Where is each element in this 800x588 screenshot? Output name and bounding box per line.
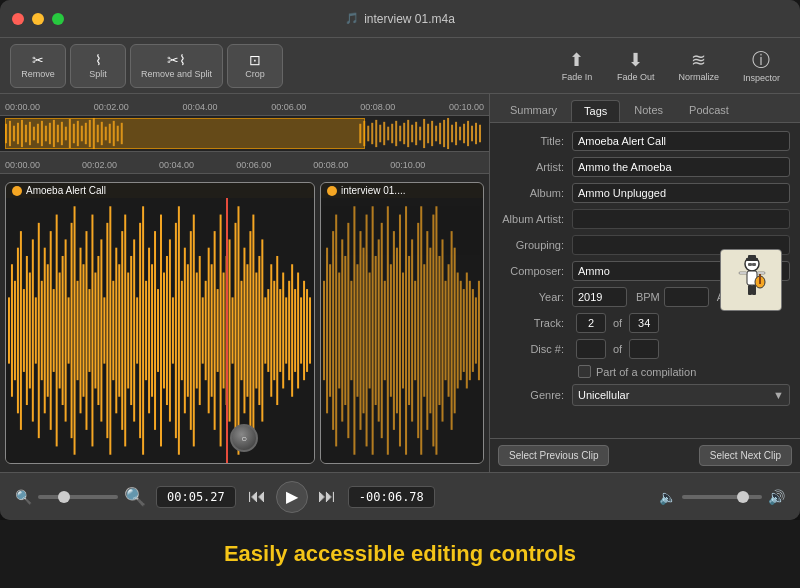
- volume-slider[interactable]: [682, 495, 762, 499]
- svg-rect-126: [202, 297, 204, 363]
- field-row-compilation: Part of a compilation: [500, 365, 790, 378]
- tab-notes[interactable]: Notes: [622, 100, 675, 122]
- clip-1-waveform-svg: [6, 198, 314, 463]
- next-clip-button[interactable]: Select Next Clip: [699, 445, 792, 466]
- ruler-mark: 00:10.00: [449, 102, 484, 112]
- fast-forward-button[interactable]: ⏭: [316, 484, 338, 509]
- remove-split-button[interactable]: ✂⌇ Remove and Split: [130, 44, 223, 88]
- svg-rect-101: [127, 273, 129, 389]
- svg-rect-118: [178, 206, 180, 454]
- svg-rect-73: [44, 248, 46, 414]
- track-num-input[interactable]: [576, 313, 606, 333]
- split-button[interactable]: ⌇ Split: [70, 44, 126, 88]
- svg-rect-153: [282, 273, 284, 389]
- svg-rect-69: [32, 239, 34, 421]
- svg-rect-224: [739, 272, 747, 274]
- album-artist-input[interactable]: [572, 209, 790, 229]
- svg-rect-78: [59, 273, 61, 389]
- field-row-album: Album:: [500, 183, 790, 203]
- fade-out-button[interactable]: ⬇ Fade Out: [607, 44, 665, 88]
- bpm-input[interactable]: [664, 287, 709, 307]
- svg-rect-57: [467, 121, 469, 146]
- volume-knob[interactable]: ○: [230, 424, 258, 452]
- svg-rect-76: [53, 289, 55, 372]
- tab-tags[interactable]: Tags: [571, 100, 620, 122]
- tab-summary[interactable]: Summary: [498, 100, 569, 122]
- current-time-display: 00:05.27: [156, 486, 236, 508]
- track-total-input[interactable]: [629, 313, 659, 333]
- svg-rect-54: [455, 122, 457, 145]
- svg-rect-180: [375, 256, 377, 405]
- normalize-button[interactable]: ≋ Normalize: [668, 44, 729, 88]
- svg-rect-143: [252, 215, 254, 447]
- artist-input[interactable]: [572, 157, 790, 177]
- svg-rect-192: [411, 239, 413, 421]
- svg-rect-208: [460, 281, 462, 380]
- prev-clip-button[interactable]: Select Previous Clip: [498, 445, 609, 466]
- zoom-slider[interactable]: [38, 495, 118, 499]
- svg-rect-127: [205, 281, 207, 380]
- svg-rect-65: [20, 231, 22, 430]
- svg-rect-150: [273, 281, 275, 380]
- svg-rect-176: [363, 248, 365, 414]
- remove-button[interactable]: ✂ Remove: [10, 44, 66, 88]
- svg-rect-83: [74, 206, 76, 454]
- svg-rect-210: [466, 273, 468, 389]
- svg-rect-116: [172, 297, 174, 363]
- svg-rect-53: [451, 125, 453, 143]
- svg-rect-149: [270, 264, 272, 397]
- svg-rect-39: [395, 121, 397, 146]
- title-input[interactable]: [572, 131, 790, 151]
- app-window: 🎵 interview 01.m4a ✂ Remove ⌇ Split ✂⌇ R…: [0, 0, 800, 520]
- svg-rect-55: [459, 127, 461, 141]
- svg-rect-100: [124, 215, 126, 447]
- fade-in-icon: ⬆: [569, 49, 584, 71]
- overview-waveform[interactable]: [0, 116, 489, 152]
- svg-rect-92: [100, 239, 102, 421]
- track-of-text: of: [613, 317, 622, 329]
- svg-rect-146: [261, 239, 263, 421]
- svg-rect-182: [381, 223, 383, 438]
- svg-rect-111: [157, 289, 159, 372]
- svg-rect-96: [112, 281, 114, 380]
- inspector-button[interactable]: ⓘ Inspector: [733, 44, 790, 88]
- svg-rect-67: [26, 256, 28, 405]
- svg-rect-226: [748, 263, 752, 266]
- svg-rect-110: [154, 231, 156, 430]
- svg-rect-158: [297, 273, 299, 389]
- year-input[interactable]: [572, 287, 627, 307]
- svg-rect-184: [387, 206, 389, 454]
- clip-amoeba-alert-call[interactable]: Amoeba Alert Call: [5, 182, 315, 464]
- tab-podcast[interactable]: Podcast: [677, 100, 741, 122]
- svg-rect-174: [356, 264, 358, 397]
- zoom-out-icon[interactable]: 🔍: [15, 489, 32, 505]
- disc-total-input[interactable]: [629, 339, 659, 359]
- rewind-button[interactable]: ⏮: [246, 484, 268, 509]
- genre-select[interactable]: Unicellular ▼: [572, 384, 790, 406]
- maximize-button[interactable]: [52, 13, 64, 25]
- svg-rect-171: [347, 223, 349, 438]
- svg-rect-51: [443, 120, 445, 147]
- svg-rect-88: [88, 289, 90, 372]
- fade-in-button[interactable]: ⬆ Fade In: [551, 44, 603, 88]
- svg-rect-165: [329, 264, 331, 397]
- svg-rect-144: [255, 273, 257, 389]
- clips-area[interactable]: 00:00.00 00:02.00 00:04.00 00:06.00 00:0…: [0, 152, 489, 472]
- ruler-mark: 00:04.00: [183, 102, 218, 112]
- volume-low-icon: 🔈: [659, 489, 676, 505]
- minimize-button[interactable]: [32, 13, 44, 25]
- clips-ruler-mark: 00:02.00: [82, 160, 117, 170]
- svg-rect-61: [8, 297, 10, 363]
- close-button[interactable]: [12, 13, 24, 25]
- clip-interview[interactable]: interview 01....: [320, 182, 484, 464]
- compilation-checkbox[interactable]: [578, 365, 591, 378]
- clips-ruler-mark: 00:10.00: [390, 160, 425, 170]
- artwork-image: [720, 249, 782, 311]
- zoom-in-icon[interactable]: 🔍: [124, 486, 146, 508]
- album-artist-label: Album Artist:: [500, 213, 572, 225]
- disc-num-input[interactable]: [576, 339, 606, 359]
- album-input[interactable]: [572, 183, 790, 203]
- svg-rect-94: [106, 223, 108, 438]
- play-button[interactable]: ▶: [276, 481, 308, 513]
- crop-button[interactable]: ⊡ Crop: [227, 44, 283, 88]
